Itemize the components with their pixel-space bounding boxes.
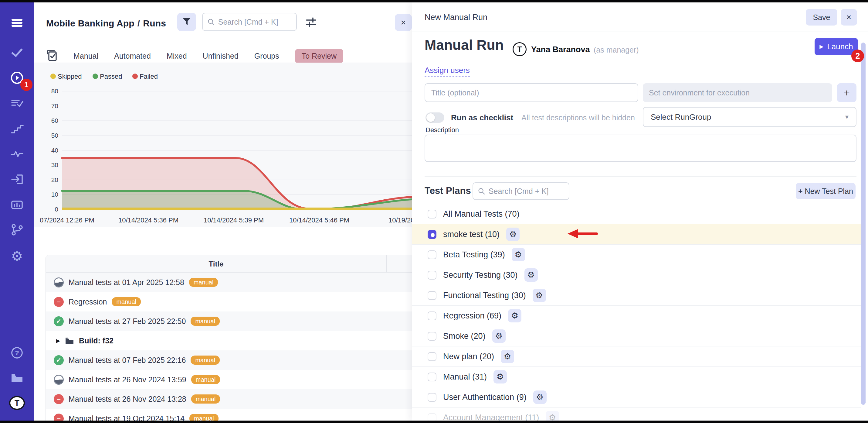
tab-mixed[interactable]: Mixed [166,52,187,60]
breadcrumb-project[interactable]: Mobile Banking App [46,18,134,28]
plan-settings-gear-icon[interactable]: ⚙ [512,248,525,261]
import-icon[interactable] [10,172,24,187]
dialog-close-button[interactable]: × [841,9,857,26]
manager-name: Yana Baranova [531,45,590,54]
plan-checkbox[interactable] [428,332,436,341]
manager-role: (as manager) [594,46,639,54]
column-title[interactable]: Title [46,255,386,273]
checklist-tab-icon[interactable] [47,50,58,62]
assign-users-link[interactable]: Assign users [425,66,470,77]
help-icon[interactable]: ? [10,345,24,360]
filter-button[interactable] [177,13,196,31]
table-row[interactable]: Manual tests at 01 Apr 2025 12:58 manual [46,273,412,292]
table-row[interactable]: ✓ Manual tests at 27 Feb 2025 22:50 manu… [46,311,412,331]
tab-unfinished[interactable]: Unfinished [203,52,239,60]
table-group-row[interactable]: ▶ Build: f32 [46,331,412,350]
table-row[interactable]: ✓ Manual tests at 07 Feb 2025 22:16 manu… [46,350,412,370]
tab-automated[interactable]: Automated [114,52,151,60]
plan-label: Smoke (20) [443,332,486,341]
run-as-checklist-toggle[interactable] [426,112,444,123]
runs-panel: Mobile Banking App/Runs × Manual Automat… [34,2,412,421]
run-title[interactable]: Manual tests at 26 Nov 2024 13:59 [69,375,186,384]
test-plan-row[interactable]: Regression (69) ⚙ [412,306,861,326]
description-textarea[interactable] [425,135,857,162]
plan-checkbox[interactable] [428,210,436,219]
table-row[interactable]: – Regression manual [46,292,412,311]
save-button[interactable]: Save [806,9,837,26]
plan-checkbox[interactable] [428,250,436,259]
panel-close-button[interactable]: × [395,14,412,31]
plan-checkbox[interactable] [428,393,436,402]
settings-gear-icon[interactable]: ⚙ [10,249,24,263]
table-row[interactable]: Manual tests at 26 Nov 2024 13:59 manual [46,370,412,389]
test-plans-search-input[interactable] [489,187,564,196]
test-plans-list-check-icon[interactable] [10,96,24,111]
tab-groups[interactable]: Groups [254,52,279,60]
plan-settings-gear-icon[interactable]: ⚙ [492,330,506,343]
plan-settings-gear-icon[interactable]: ⚙ [533,391,547,404]
plan-settings-gear-icon[interactable]: ⚙ [533,289,546,302]
test-plan-row-partial[interactable]: Account Management (11) ⚙ [412,407,861,421]
milestones-steps-icon[interactable] [10,121,24,136]
status-pending-icon [54,375,64,385]
chart-x-axis: 07/2024 12:26 PM 10/14/2024 5:36 PM 10/1… [40,216,412,224]
runs-search-input[interactable] [218,18,291,26]
plan-settings-gear-icon[interactable]: ⚙ [546,411,559,421]
test-plan-row[interactable]: New plan (20) ⚙ [412,346,861,367]
reports-chart-icon[interactable] [10,198,24,212]
plan-checkbox-checked[interactable] [428,230,436,239]
run-title[interactable]: Manual tests at 26 Nov 2024 13:28 [69,395,186,403]
testomat-logo[interactable]: T [9,396,25,410]
test-plan-row[interactable]: Manual (31) ⚙ [412,367,861,387]
plan-label: smoke test (10) [443,230,500,239]
run-title[interactable]: Manual tests at 19 Oct 2024 15:14 [69,414,185,421]
plan-checkbox[interactable] [428,352,436,361]
run-title[interactable]: Manual tests at 07 Feb 2025 22:16 [69,356,186,365]
panel-scrollbar[interactable] [861,43,866,405]
plan-checkbox[interactable] [428,372,436,382]
runs-table: Title Manual tests at 01 Apr 2025 12:58 … [45,255,412,421]
analytics-pulse-icon[interactable] [10,146,24,161]
plan-checkbox[interactable] [428,413,436,421]
tests-check-icon[interactable] [10,46,24,60]
table-row[interactable]: – Manual tests at 26 Nov 2024 13:28 manu… [46,389,412,409]
run-title[interactable]: Regression [69,298,107,306]
tab-to-review[interactable]: To Review [295,49,343,63]
plan-checkbox[interactable] [428,311,436,320]
chevron-down-icon: ▾ [845,113,848,121]
test-plan-row[interactable]: Security Testing (30) ⚙ [412,265,861,285]
plan-settings-gear-icon[interactable]: ⚙ [501,350,514,363]
table-row[interactable]: – Manual tests at 19 Oct 2024 15:14 manu… [46,409,412,421]
test-plan-row[interactable]: Functional Testing (30) ⚙ [412,285,861,306]
add-environment-button[interactable]: + [837,83,857,102]
test-plan-row[interactable]: Smoke (20) ⚙ [412,326,861,346]
projects-folder-icon[interactable] [10,371,24,386]
runs-search[interactable] [202,13,297,31]
test-plan-row[interactable]: Beta Testing (39) ⚙ [412,245,861,265]
run-title-input[interactable] [425,83,638,102]
rungroup-select[interactable]: Select RunGroup ▾ [643,107,857,127]
view-settings-icon[interactable] [305,17,317,27]
branches-git-icon[interactable] [10,222,24,237]
status-failed-icon: – [54,297,64,307]
test-plan-row[interactable]: All Manual Tests (70) [412,204,861,224]
plan-settings-gear-icon[interactable]: ⚙ [508,309,521,322]
test-plan-row-selected[interactable]: smoke test (10) ⚙ [412,224,861,245]
plan-settings-gear-icon[interactable]: ⚙ [524,268,538,282]
test-plans-search[interactable] [472,182,569,200]
launch-button[interactable]: ▶ Launch [814,38,858,55]
group-title[interactable]: Build: f32 [79,336,114,345]
new-test-plan-button[interactable]: + New Test Plan [796,183,856,199]
test-plan-row[interactable]: User Authentication (9) ⚙ [412,387,861,407]
menu-hamburger-icon[interactable] [10,16,24,30]
plan-settings-gear-icon[interactable]: ⚙ [506,228,520,241]
run-title[interactable]: Manual tests at 27 Feb 2025 22:50 [69,317,186,326]
environment-input[interactable] [643,83,832,102]
plan-settings-gear-icon[interactable]: ⚙ [494,370,507,384]
tab-manual[interactable]: Manual [73,52,98,60]
chart-legend: Skipped Passed Failed [51,73,158,80]
plan-checkbox[interactable] [428,271,436,280]
plan-checkbox[interactable] [428,291,436,300]
expand-caret-icon[interactable]: ▶ [56,338,60,344]
run-title[interactable]: Manual tests at 01 Apr 2025 12:58 [69,278,184,287]
